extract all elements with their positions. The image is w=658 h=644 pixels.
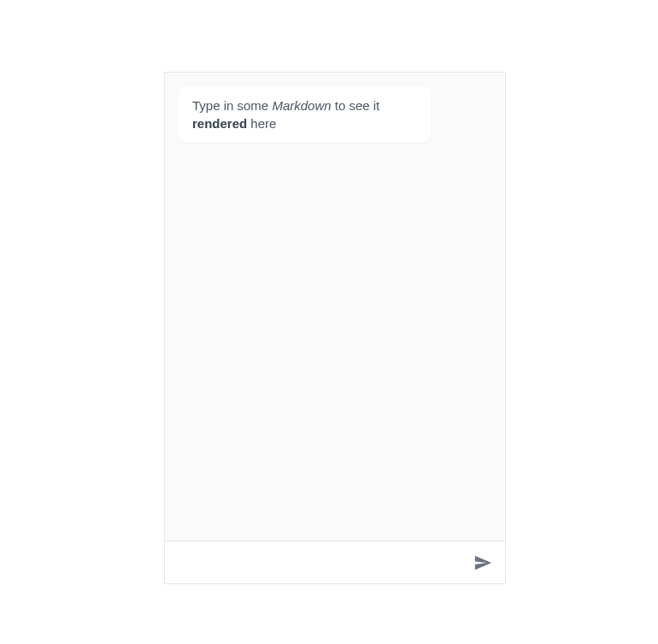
input-bar <box>165 541 505 583</box>
messages-area: Type in some Markdown to see it rendered… <box>165 73 505 541</box>
send-button[interactable] <box>467 547 498 578</box>
message-bubble: Type in some Markdown to see it rendered… <box>179 86 431 143</box>
message-input[interactable] <box>179 555 467 570</box>
chat-container: Type in some Markdown to see it rendered… <box>164 72 506 584</box>
message-text: Type in some Markdown to see it rendered… <box>192 98 379 131</box>
send-icon <box>473 553 492 572</box>
